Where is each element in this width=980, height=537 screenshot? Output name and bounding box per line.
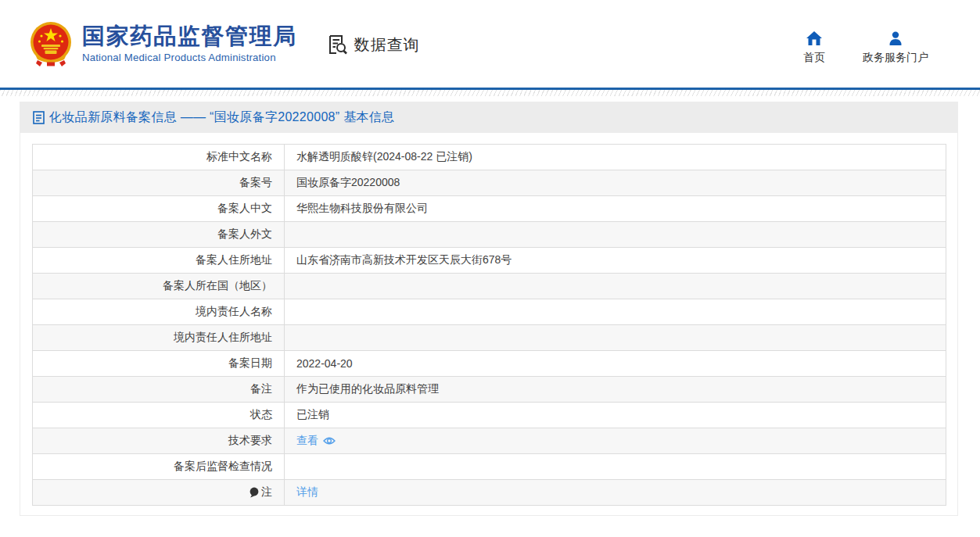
row-value: 华熙生物科技股份有限公司 <box>285 196 946 222</box>
row-value-text: 华熙生物科技股份有限公司 <box>296 202 428 214</box>
row-label: 备案人外文 <box>33 222 285 248</box>
row-value: 已注销 <box>285 403 946 428</box>
row-value-text: 已注销 <box>296 408 329 421</box>
row-label-text: 备案人外文 <box>217 227 272 242</box>
row-label: 标准中文名称 <box>33 145 285 170</box>
row-value: 国妆原备字20220008 <box>285 170 946 196</box>
row-label: 境内责任人名称 <box>33 299 285 325</box>
table-row: 备案人住所地址山东省济南市高新技术开发区天辰大街678号 <box>33 248 946 274</box>
info-table-body: 标准中文名称水解透明质酸锌(2024-08-22 已注销)备案号国妆原备字202… <box>33 145 946 506</box>
table-row: 备案人所在国（地区） <box>33 274 946 299</box>
site-header: 国家药品监督管理局 National Medical Products Admi… <box>0 0 980 88</box>
row-label-text: 备案人所在国（地区） <box>163 279 272 293</box>
row-label: 备案后监督检查情况 <box>33 454 285 480</box>
row-label: 备案人所在国（地区） <box>33 274 285 299</box>
row-value: 详情 <box>285 480 946 506</box>
table-row: 技术要求查看 <box>33 428 946 454</box>
home-icon <box>806 31 822 45</box>
row-label: 状态 <box>33 403 285 428</box>
row-label: 备案人住所地址 <box>33 248 285 274</box>
org-name-zh: 国家药品监督管理局 <box>82 24 297 49</box>
link-text: 查看 <box>296 434 318 448</box>
table-row: 备注作为已使用的化妆品原料管理 <box>33 377 946 403</box>
note-icon <box>249 487 259 498</box>
row-label-text: 境内责任人住所地址 <box>174 331 272 345</box>
eye-icon <box>323 436 336 446</box>
row-value-text: 2022-04-20 <box>296 357 353 370</box>
nav-gov-portal[interactable]: 政务服务门户 <box>863 31 928 65</box>
striped-band <box>0 90 980 96</box>
row-value <box>285 222 946 248</box>
row-value-text: 山东省济南市高新技术开发区天辰大街678号 <box>296 253 512 266</box>
brand-block: 国家药品监督管理局 National Medical Products Admi… <box>30 21 297 66</box>
row-label: 备注 <box>33 377 285 403</box>
link-text: 详情 <box>296 485 318 499</box>
table-row: 备案人外文 <box>33 222 946 248</box>
row-label: 技术要求 <box>33 428 285 454</box>
row-value-text: 作为已使用的化妆品原料管理 <box>296 382 439 395</box>
content-card: 化妆品新原料备案信息 —— “国妆原备字20220008” 基本信息 标准中文名… <box>20 102 958 516</box>
row-value: 2022-04-20 <box>285 351 946 377</box>
row-label-text: 注 <box>261 485 272 499</box>
nav-gov-portal-label: 政务服务门户 <box>863 51 928 65</box>
table-row: 备案日期2022-04-20 <box>33 351 946 377</box>
row-value <box>285 325 946 351</box>
row-value: 水解透明质酸锌(2024-08-22 已注销) <box>285 145 946 170</box>
row-value: 查看 <box>285 428 946 454</box>
table-row: 境内责任人住所地址 <box>33 325 946 351</box>
document-icon <box>33 111 45 124</box>
row-value <box>285 274 946 299</box>
row-label-text: 备案号 <box>239 176 272 190</box>
row-value: 作为已使用的化妆品原料管理 <box>285 377 946 403</box>
row-label-text: 境内责任人名称 <box>196 305 272 319</box>
row-label: 注 <box>33 480 285 506</box>
row-label-text: 状态 <box>250 408 272 422</box>
row-label: 境内责任人住所地址 <box>33 325 285 351</box>
row-label-text: 备案日期 <box>228 356 272 371</box>
nav-home[interactable]: 首页 <box>803 31 825 65</box>
row-label-text: 备案后监督检查情况 <box>174 460 272 474</box>
table-row: 标准中文名称水解透明质酸锌(2024-08-22 已注销) <box>33 145 946 170</box>
view-link[interactable]: 查看 <box>296 434 336 448</box>
table-row: 状态已注销 <box>33 403 946 428</box>
nav-home-label: 首页 <box>803 51 825 65</box>
info-table: 标准中文名称水解透明质酸锌(2024-08-22 已注销)备案号国妆原备字202… <box>32 144 946 506</box>
user-icon <box>888 31 903 45</box>
row-label-text: 备案人住所地址 <box>196 253 272 267</box>
table-row: 境内责任人名称 <box>33 299 946 325</box>
row-value <box>285 299 946 325</box>
table-row: 注详情 <box>33 480 946 506</box>
row-label: 备案号 <box>33 170 285 196</box>
data-query-label: 数据查询 <box>354 34 420 55</box>
row-label: 备案日期 <box>33 351 285 377</box>
row-label-text: 技术要求 <box>228 434 272 448</box>
data-query-section: 数据查询 <box>325 33 420 56</box>
details-link[interactable]: 详情 <box>296 485 318 499</box>
row-label-text: 备案人中文 <box>217 202 272 216</box>
page: 国家药品监督管理局 National Medical Products Admi… <box>0 0 980 516</box>
row-value-text: 国妆原备字20220008 <box>296 176 400 188</box>
page-title: 化妆品新原料备案信息 —— “国妆原备字20220008” 基本信息 <box>49 109 394 126</box>
row-label: 备案人中文 <box>33 196 285 222</box>
data-query-icon <box>325 33 349 56</box>
org-name-en: National Medical Products Administration <box>82 52 297 63</box>
row-label-text: 标准中文名称 <box>206 150 272 164</box>
row-label-text: 备注 <box>250 382 272 396</box>
national-emblem-logo <box>30 21 72 66</box>
row-value <box>285 454 946 480</box>
table-row: 备案人中文华熙生物科技股份有限公司 <box>33 196 946 222</box>
header-nav: 首页 政务服务门户 <box>803 31 928 65</box>
row-value-text: 水解透明质酸锌(2024-08-22 已注销) <box>296 150 472 163</box>
page-title-bar: 化妆品新原料备案信息 —— “国妆原备字20220008” 基本信息 <box>20 102 957 133</box>
row-value: 山东省济南市高新技术开发区天辰大街678号 <box>285 248 946 274</box>
table-row: 备案后监督检查情况 <box>33 454 946 480</box>
table-row: 备案号国妆原备字20220008 <box>33 170 946 196</box>
brand-text: 国家药品监督管理局 National Medical Products Admi… <box>82 24 297 64</box>
